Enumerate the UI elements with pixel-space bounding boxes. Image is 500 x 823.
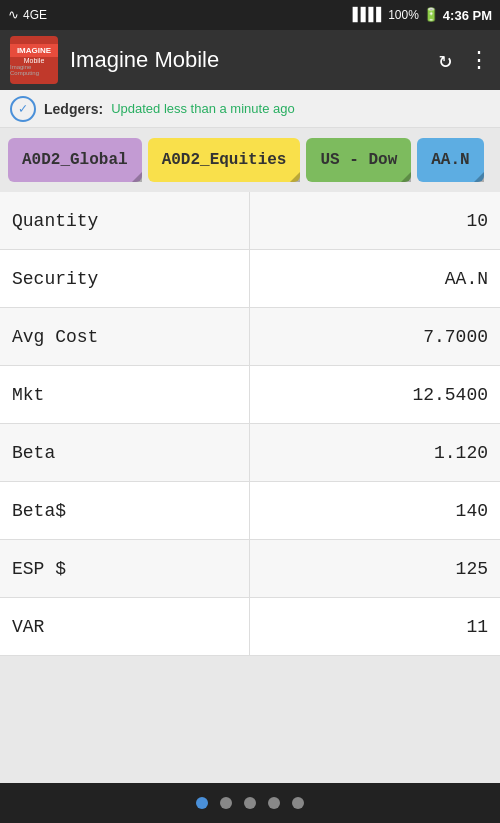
row-label: Beta xyxy=(0,424,250,481)
signal-type: 4GE xyxy=(23,8,47,22)
row-label: Security xyxy=(0,250,250,307)
nav-dot-2[interactable] xyxy=(244,797,256,809)
logo-bot: Imagine Computing xyxy=(10,64,58,76)
chip-2[interactable]: A0D2_Equities xyxy=(148,138,301,182)
ledgers-bar: ✓ Ledgers: Updated less than a minute ag… xyxy=(0,90,500,128)
row-value: 10 xyxy=(250,192,500,249)
row-value: 7.7000 xyxy=(250,308,500,365)
row-label: Quantity xyxy=(0,192,250,249)
ledgers-status: Updated less than a minute ago xyxy=(111,101,295,116)
app-logo: IMAGINE Mobile Imagine Computing xyxy=(10,36,58,84)
row-value: AA.N xyxy=(250,250,500,307)
table-row[interactable]: VAR11 xyxy=(0,598,500,656)
table-row[interactable]: SecurityAA.N xyxy=(0,250,500,308)
table-row[interactable]: ESP $125 xyxy=(0,540,500,598)
row-value: 125 xyxy=(250,540,500,597)
more-options-icon[interactable]: ⋮ xyxy=(468,47,490,74)
logo-text: IMAGINE xyxy=(10,44,58,57)
refresh-icon[interactable]: ↻ xyxy=(439,47,452,74)
chip-4[interactable]: AA.N xyxy=(417,138,483,182)
row-label: ESP $ xyxy=(0,540,250,597)
table-row[interactable]: Avg Cost7.7000 xyxy=(0,308,500,366)
bottom-nav-bar xyxy=(0,783,500,823)
status-icons-right: ▋▋▋▋ 100% 🔋 4:36 PM xyxy=(353,7,492,23)
time-display: 4:36 PM xyxy=(443,8,492,23)
row-value: 11 xyxy=(250,598,500,655)
row-label: Mkt xyxy=(0,366,250,423)
app-header: IMAGINE Mobile Imagine Computing Imagine… xyxy=(0,30,500,90)
status-bar: ∿ 4GE ▋▋▋▋ 100% 🔋 4:36 PM xyxy=(0,0,500,30)
battery-icon: 🔋 xyxy=(423,7,439,23)
row-label: Beta$ xyxy=(0,482,250,539)
table-row[interactable]: Beta$140 xyxy=(0,482,500,540)
logo-sub: Mobile xyxy=(24,57,45,64)
row-label: VAR xyxy=(0,598,250,655)
row-label: Avg Cost xyxy=(0,308,250,365)
data-table: Quantity10SecurityAA.NAvg Cost7.7000Mkt1… xyxy=(0,192,500,656)
wifi-icon: ∿ xyxy=(8,7,19,23)
ledger-icon: ✓ xyxy=(10,96,36,122)
nav-dot-1[interactable] xyxy=(220,797,232,809)
nav-dot-4[interactable] xyxy=(292,797,304,809)
nav-dot-3[interactable] xyxy=(268,797,280,809)
chip-3[interactable]: US - Dow xyxy=(306,138,411,182)
row-value: 140 xyxy=(250,482,500,539)
nav-dot-0[interactable] xyxy=(196,797,208,809)
ledgers-label: Ledgers: xyxy=(44,101,103,117)
status-bar-left: ∿ 4GE xyxy=(8,7,47,23)
table-row[interactable]: Quantity10 xyxy=(0,192,500,250)
header-icons: ↻ ⋮ xyxy=(439,47,490,74)
chip-1[interactable]: A0D2_Global xyxy=(8,138,142,182)
table-row[interactable]: Beta1.120 xyxy=(0,424,500,482)
battery-text: 100% xyxy=(388,8,419,22)
table-row[interactable]: Mkt12.5400 xyxy=(0,366,500,424)
signal-bars-icon: ▋▋▋▋ xyxy=(353,7,384,23)
row-value: 12.5400 xyxy=(250,366,500,423)
app-title: Imagine Mobile xyxy=(70,47,427,73)
chips-area: A0D2_GlobalA0D2_EquitiesUS - DowAA.N xyxy=(0,128,500,192)
row-value: 1.120 xyxy=(250,424,500,481)
